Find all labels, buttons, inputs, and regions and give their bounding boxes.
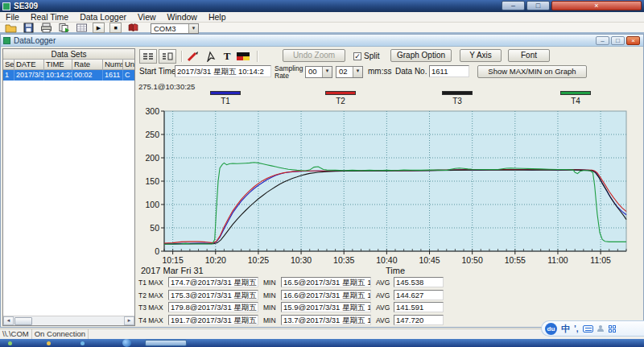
scroll-right-icon[interactable]: ► (124, 316, 134, 325)
font-button[interactable]: Font (508, 49, 550, 62)
scrollbar-thumb[interactable] (14, 317, 32, 325)
show-maxmin-button[interactable]: Show MAX/MIN on Graph (477, 65, 587, 78)
start-time-label: Start Time (139, 65, 176, 78)
legend-label-t4: T4 (558, 97, 593, 105)
ime-punctuation-icon[interactable]: ’, (574, 324, 579, 333)
t4-max-field[interactable]: 191.7@2017/3/31 星期五 10:2 (168, 315, 258, 325)
baidu-ime-logo[interactable]: du (545, 323, 557, 335)
play-icon[interactable]: ▶ (93, 23, 105, 33)
export-copy-icon[interactable] (57, 23, 70, 33)
data-no-field[interactable]: 1611 (429, 65, 469, 77)
ime-language-toggle[interactable]: 中 (561, 323, 570, 335)
t1-min-field[interactable]: 16.5@2017/3/31 星期五 10:15 (281, 277, 371, 287)
ime-language-bar: du 中 ’, (541, 320, 644, 337)
rate-ss-select[interactable]: 02 ▼ (336, 66, 363, 78)
main-toolbar: ▶ ■ COM3 ▼ (0, 23, 644, 34)
svg-text:10:40: 10:40 (376, 255, 397, 265)
table-row[interactable]: 1 2017/3/31 10:14:23 00:02 1611 C (3, 70, 134, 81)
legend-t2: T2 (323, 91, 358, 105)
graph-option-button[interactable]: Graph Option (390, 49, 452, 62)
maximize-icon[interactable]: □ (526, 1, 550, 10)
cursor-arrow-icon[interactable] (204, 50, 218, 63)
horizontal-scrollbar[interactable]: ◄ ► (3, 316, 134, 325)
t3-max-label: T3 MAX (138, 304, 163, 312)
rate-unit-label: mm:ss (368, 65, 391, 78)
menu-window[interactable]: Window (162, 12, 203, 23)
avg-label: AVG (376, 316, 390, 324)
start-time-field[interactable]: 2017/3/31 星期五 10:14:2 (175, 65, 271, 77)
graph-panel: T Undo Zoom ✓ Split Graph Option Y Axis … (136, 48, 643, 326)
svg-text:0: 0 (155, 246, 159, 256)
legend-label-t3: T3 (440, 97, 475, 105)
cell-nums: 1611 (103, 70, 123, 81)
user-icon[interactable] (597, 325, 605, 333)
child-maximize-icon[interactable]: □ (611, 36, 625, 45)
data-table-icon[interactable] (75, 23, 88, 33)
menu-view[interactable]: View (132, 12, 162, 23)
t3-min-field[interactable]: 15.9@2017/3/31 星期五 10:15 (281, 302, 371, 312)
com-port-select[interactable]: COM3 ▼ (151, 23, 199, 34)
t3-max-field[interactable]: 179.8@2017/3/31 星期五 10:5 (168, 302, 258, 312)
print-icon[interactable] (39, 23, 52, 33)
menu-bar: File Real Time Data Logger View Window H… (0, 12, 644, 23)
split-checkbox[interactable]: ✓ (353, 52, 361, 60)
child-close-icon[interactable]: × (626, 36, 640, 45)
temperature-chart[interactable]: 05010015020025030010:1510:2010:2510:3010… (136, 105, 642, 276)
y-axis-button[interactable]: Y Axis (460, 49, 502, 62)
col-set[interactable]: Set (3, 60, 14, 70)
text-tool-icon[interactable]: T (220, 50, 234, 63)
keyboard-icon[interactable] (583, 325, 593, 333)
menu-real-time[interactable]: Real Time (25, 12, 74, 23)
chevron-down-icon[interactable]: ▼ (322, 67, 332, 77)
t3-avg-field[interactable]: 141.591 (394, 302, 444, 312)
start-button[interactable] (122, 339, 131, 347)
t1-max-field[interactable]: 174.7@2017/3/31 星期五 10:5 (168, 277, 258, 287)
marker-pen-icon[interactable] (186, 50, 200, 63)
t2-avg-field[interactable]: 144.627 (394, 290, 444, 300)
t2-max-field[interactable]: 175.3@2017/3/31 星期五 10:5 (168, 290, 258, 300)
col-nums[interactable]: Nums (103, 60, 123, 70)
help-book-icon[interactable] (126, 23, 139, 33)
color-picker-icon[interactable] (236, 50, 250, 63)
ime-grid-icon[interactable] (609, 325, 616, 333)
status-com: \\.\COM (0, 329, 32, 339)
stat-row-t3: T3 MAX 179.8@2017/3/31 星期五 10:5 MIN 15.9… (136, 302, 643, 312)
t4-avg-field[interactable]: 147.720 (394, 315, 444, 325)
col-time[interactable]: TIME (44, 60, 72, 70)
undo-zoom-button[interactable]: Undo Zoom (283, 49, 345, 62)
rate-mm-select[interactable]: 00 ▼ (305, 66, 332, 78)
chevron-down-icon[interactable]: ▼ (188, 24, 198, 33)
menu-data-logger[interactable]: Data Logger (74, 12, 132, 23)
legend-swatch-t4 (560, 91, 591, 95)
minimize-icon[interactable]: – (502, 1, 525, 10)
avg-label: AVG (376, 304, 390, 312)
t4-min-field[interactable]: 13.7@2017/3/31 星期五 10:15 (281, 315, 371, 325)
menu-help[interactable]: Help (203, 12, 232, 23)
child-minimize-icon[interactable]: – (596, 36, 609, 45)
stop-icon[interactable]: ■ (109, 23, 122, 33)
col-rate[interactable]: Rate (72, 60, 103, 70)
taskbar-active-app[interactable] (145, 340, 187, 346)
data-sets-column-headers: Set DATE TIME Rate Nums Unit (3, 60, 134, 70)
t1-avg-field[interactable]: 145.538 (394, 277, 444, 287)
view-table-button[interactable] (139, 49, 157, 64)
scroll-left-icon[interactable]: ◄ (3, 316, 14, 325)
view-graph-button[interactable] (159, 49, 176, 64)
app-icon (2, 2, 10, 10)
legend-label-t2: T2 (323, 97, 358, 105)
chevron-down-icon[interactable]: ▼ (353, 67, 362, 77)
menu-file[interactable]: File (0, 12, 25, 23)
t2-min-field[interactable]: 16.6@2017/3/31 星期五 10:14 (281, 290, 371, 300)
svg-text:Time: Time (386, 266, 405, 275)
save-icon[interactable] (22, 23, 35, 33)
col-unit[interactable]: Unit (123, 60, 134, 70)
close-icon[interactable]: × (551, 1, 642, 10)
svg-text:300: 300 (145, 106, 159, 116)
stat-row-t1: T1 MAX 174.7@2017/3/31 星期五 10:5 MIN 16.5… (136, 277, 643, 287)
open-file-icon[interactable] (4, 23, 17, 33)
svg-text:10:25: 10:25 (248, 255, 269, 265)
graph-controls: Start Time 2017/3/31 星期五 10:14:2 Samplin… (136, 65, 643, 80)
svg-text:11:00: 11:00 (547, 255, 568, 265)
col-date[interactable]: DATE (14, 60, 44, 70)
legend-label-t1: T1 (208, 97, 243, 105)
